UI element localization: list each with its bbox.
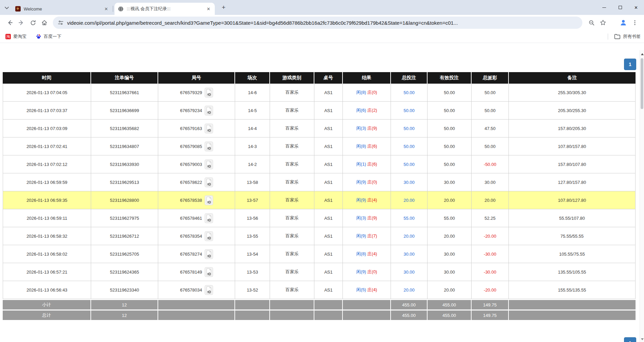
bookmark-star-icon[interactable] — [597, 17, 609, 28]
footer-label: 总计 — [3, 309, 91, 320]
cell-session: 13-57 — [235, 191, 270, 209]
bookmark-baidu[interactable]: 百度一下 — [36, 34, 61, 40]
footer-empty-cell — [158, 309, 235, 320]
cell-remark: 135.55/105.55 — [509, 263, 636, 281]
cell-valid-bet: 50.00 — [428, 120, 472, 137]
round-number: 676578622 — [180, 180, 202, 185]
table-row: 2026-01-13 06:56:43523119623340676578034… — [3, 281, 636, 299]
scrollbar-down-icon[interactable] — [641, 338, 644, 340]
video-replay-icon[interactable] — [205, 213, 213, 223]
tab-close-icon[interactable]: ✕ — [103, 6, 109, 12]
total-bet-link[interactable]: 20.00 — [403, 287, 415, 293]
total-bet-link[interactable]: 50.00 — [403, 126, 415, 131]
video-replay-icon[interactable] — [205, 88, 213, 98]
video-replay-icon[interactable] — [205, 106, 213, 115]
total-bet-link[interactable]: 20.00 — [403, 198, 415, 203]
cell-remark: 127.80/157.80 — [509, 173, 636, 191]
tab-welcome[interactable]: ❖ Welcome ✕ — [12, 3, 112, 15]
cell-remark: 157.80/205.30 — [509, 120, 636, 137]
total-bet-link[interactable]: 50.00 — [403, 108, 415, 113]
url-address-bar[interactable]: videoie.com/ipl/portal.php/game/betrecor… — [53, 17, 582, 29]
tab-search-chevron-icon[interactable] — [3, 4, 10, 11]
cell-bet-number: 523119633930 — [91, 155, 158, 173]
pagination-page-1-button-bottom[interactable]: 1 — [624, 337, 636, 342]
column-header: 备注 — [509, 72, 636, 84]
cell-table-number: AS1 — [314, 281, 343, 299]
cell-table-number: AS1 — [314, 263, 343, 281]
video-replay-icon[interactable] — [205, 177, 213, 187]
close-window-icon[interactable]: ✕ — [628, 0, 644, 15]
tab-close-icon[interactable]: ✕ — [206, 6, 211, 12]
window-controls: ✕ — [596, 0, 644, 15]
video-replay-icon[interactable] — [205, 267, 213, 277]
cell-game-type: 百家乐 — [270, 173, 314, 191]
new-tab-icon[interactable]: + — [220, 4, 227, 11]
footer-empty-cell — [509, 309, 636, 320]
profile-avatar-icon[interactable] — [618, 17, 629, 28]
scrollbar-up-icon[interactable] — [641, 53, 644, 55]
cell-remark: 107.80/157.80 — [509, 137, 636, 155]
site-settings-icon[interactable] — [58, 20, 64, 26]
home-icon[interactable] — [39, 17, 50, 28]
pagination-page-1-button[interactable]: 1 — [624, 59, 636, 70]
cell-valid-bet: 20.00 — [428, 281, 472, 299]
tab-bet-record[interactable]: :::视讯 会员下注纪录::: ✕ — [115, 3, 215, 15]
video-replay-icon[interactable] — [205, 142, 213, 151]
scrollbar-thumb[interactable] — [641, 58, 643, 109]
cell-total-bet: 55.00 — [391, 209, 428, 227]
video-replay-icon[interactable] — [205, 285, 213, 295]
cell-result: 闲(9) 庄(7) — [343, 227, 391, 245]
total-bet-link[interactable]: 50.00 — [403, 162, 415, 167]
cell-session: 13-52 — [235, 281, 270, 299]
bookmark-aitaobao[interactable]: 淘 爱淘宝 — [5, 34, 26, 40]
back-icon[interactable] — [4, 17, 16, 28]
total-bet-link[interactable]: 55.00 — [403, 216, 415, 221]
page-content: 1 时间注单编号局号场次游戏类别桌号结果总投注有效投注总派彩备注 2026-01… — [0, 43, 644, 342]
cell-remark: 75.55/55.55 — [509, 227, 636, 245]
cell-session: 13-55 — [235, 227, 270, 245]
footer-empty-cell — [343, 309, 391, 320]
total-bet-link[interactable]: 30.00 — [403, 252, 415, 257]
cell-session: 13-53 — [235, 263, 270, 281]
tab-title: :::视讯 会员下注纪录::: — [127, 6, 203, 12]
total-bet-link[interactable]: 20.00 — [403, 234, 415, 239]
zoom-indicator-icon[interactable] — [586, 17, 597, 28]
result-player: 闲(3) — [356, 215, 366, 220]
total-bet-link[interactable]: 30.00 — [403, 270, 415, 275]
cell-total-bet: 20.00 — [391, 227, 428, 245]
round-number: 676579085 — [180, 144, 202, 149]
browser-toolbar: videoie.com/ipl/portal.php/game/betrecor… — [0, 15, 644, 30]
cell-table-number: AS1 — [314, 84, 343, 102]
cell-table-number: AS1 — [314, 155, 343, 173]
cell-result: 闲(9) 庄(0) — [343, 173, 391, 191]
cell-total-bet: 30.00 — [391, 245, 428, 263]
vertical-scrollbar[interactable] — [640, 50, 644, 342]
cell-valid-bet: 30.00 — [428, 173, 472, 191]
cell-table-number: AS1 — [314, 137, 343, 155]
total-bet-link[interactable]: 50.00 — [403, 144, 415, 149]
result-player: 闲(3) — [356, 126, 366, 131]
all-bookmarks-button[interactable]: 所有书签 — [614, 34, 641, 40]
bookmarks-bar: 淘 爱淘宝 百度一下 所有书签 — [0, 30, 644, 43]
cell-round-number: 676578622 — [158, 173, 235, 191]
video-replay-icon[interactable] — [205, 249, 213, 259]
video-replay-icon[interactable] — [205, 195, 213, 205]
round-number: 676578274 — [180, 252, 202, 257]
cell-bet-number: 523119627975 — [91, 209, 158, 227]
total-bet-link[interactable]: 50.00 — [403, 90, 415, 95]
total-bet-link[interactable]: 30.00 — [403, 180, 415, 185]
reload-icon[interactable] — [27, 17, 39, 28]
cell-valid-bet: 50.00 — [428, 84, 472, 102]
minimize-icon[interactable] — [596, 0, 612, 15]
video-replay-icon[interactable] — [205, 159, 213, 169]
forward-icon[interactable] — [16, 17, 27, 28]
baidu-paw-icon — [36, 34, 41, 39]
video-replay-icon[interactable] — [205, 124, 213, 133]
cell-result: 闲(8) 庄(4) — [343, 245, 391, 263]
video-replay-icon[interactable] — [205, 231, 213, 241]
result-banker: 庄(2) — [367, 108, 377, 113]
menu-kebab-icon[interactable] — [629, 17, 641, 28]
column-header: 有效投注 — [428, 72, 472, 84]
maximize-icon[interactable] — [612, 0, 628, 15]
table-row: 2026-01-13 07:03:37523119636699676579234… — [3, 102, 636, 120]
